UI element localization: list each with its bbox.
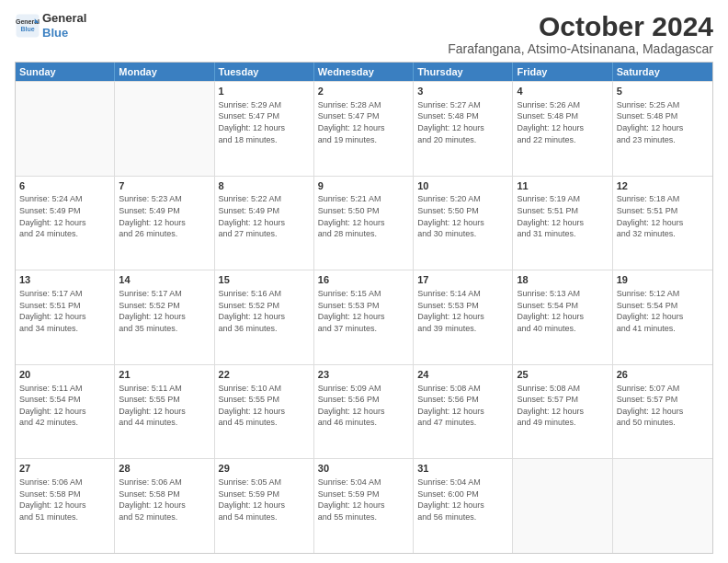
header-cell-wednesday: Wednesday bbox=[314, 63, 414, 81]
day-number: 20 bbox=[19, 368, 110, 382]
page: General Blue General Blue October 2024 F… bbox=[0, 0, 728, 563]
day-info: Sunrise: 5:05 AM Sunset: 5:59 PM Dayligh… bbox=[219, 477, 310, 523]
day-cell-22: 22Sunrise: 5:10 AM Sunset: 5:55 PM Dayli… bbox=[215, 365, 314, 459]
day-number: 25 bbox=[517, 368, 608, 382]
day-info: Sunrise: 5:12 AM Sunset: 5:54 PM Dayligh… bbox=[617, 288, 709, 334]
day-cell-5: 5Sunrise: 5:25 AM Sunset: 5:48 PM Daylig… bbox=[613, 82, 712, 176]
day-info: Sunrise: 5:29 AM Sunset: 5:47 PM Dayligh… bbox=[219, 99, 310, 145]
day-info: Sunrise: 5:06 AM Sunset: 5:58 PM Dayligh… bbox=[119, 477, 210, 523]
day-info: Sunrise: 5:18 AM Sunset: 5:51 PM Dayligh… bbox=[617, 193, 709, 239]
week-row-3: 13Sunrise: 5:17 AM Sunset: 5:51 PM Dayli… bbox=[16, 270, 712, 364]
day-cell-12: 12Sunrise: 5:18 AM Sunset: 5:51 PM Dayli… bbox=[613, 177, 712, 270]
week-row-2: 6Sunrise: 5:24 AM Sunset: 5:49 PM Daylig… bbox=[16, 176, 712, 270]
day-cell-25: 25Sunrise: 5:08 AM Sunset: 5:57 PM Dayli… bbox=[513, 365, 612, 459]
empty-cell-0-1 bbox=[115, 82, 214, 176]
day-number: 19 bbox=[617, 273, 709, 287]
day-info: Sunrise: 5:04 AM Sunset: 6:00 PM Dayligh… bbox=[417, 477, 508, 523]
empty-cell-4-5 bbox=[513, 459, 612, 553]
day-number: 21 bbox=[119, 368, 210, 382]
day-number: 8 bbox=[219, 179, 310, 193]
day-info: Sunrise: 5:17 AM Sunset: 5:52 PM Dayligh… bbox=[119, 288, 210, 334]
day-cell-29: 29Sunrise: 5:05 AM Sunset: 5:59 PM Dayli… bbox=[215, 459, 314, 553]
day-cell-14: 14Sunrise: 5:17 AM Sunset: 5:52 PM Dayli… bbox=[115, 270, 214, 364]
day-number: 14 bbox=[119, 273, 210, 287]
day-cell-23: 23Sunrise: 5:09 AM Sunset: 5:56 PM Dayli… bbox=[314, 365, 414, 459]
day-number: 24 bbox=[417, 368, 508, 382]
day-cell-17: 17Sunrise: 5:14 AM Sunset: 5:53 PM Dayli… bbox=[414, 270, 513, 364]
header-cell-thursday: Thursday bbox=[414, 63, 513, 81]
day-number: 15 bbox=[219, 273, 310, 287]
day-cell-30: 30Sunrise: 5:04 AM Sunset: 5:59 PM Dayli… bbox=[314, 459, 414, 553]
day-info: Sunrise: 5:11 AM Sunset: 5:55 PM Dayligh… bbox=[119, 383, 210, 429]
day-info: Sunrise: 5:16 AM Sunset: 5:52 PM Dayligh… bbox=[219, 288, 310, 334]
day-number: 7 bbox=[119, 179, 210, 193]
header-cell-monday: Monday bbox=[115, 63, 214, 81]
day-info: Sunrise: 5:25 AM Sunset: 5:48 PM Dayligh… bbox=[617, 99, 709, 145]
day-cell-24: 24Sunrise: 5:08 AM Sunset: 5:56 PM Dayli… bbox=[414, 365, 513, 459]
title-block: October 2024 Farafangana, Atsimo-Atsinan… bbox=[448, 11, 713, 56]
day-cell-2: 2Sunrise: 5:28 AM Sunset: 5:47 PM Daylig… bbox=[314, 82, 414, 176]
day-info: Sunrise: 5:20 AM Sunset: 5:50 PM Dayligh… bbox=[417, 193, 508, 239]
day-cell-31: 31Sunrise: 5:04 AM Sunset: 6:00 PM Dayli… bbox=[414, 459, 513, 553]
day-number: 11 bbox=[517, 179, 608, 193]
day-number: 29 bbox=[219, 462, 310, 476]
day-number: 13 bbox=[19, 273, 110, 287]
day-cell-13: 13Sunrise: 5:17 AM Sunset: 5:51 PM Dayli… bbox=[16, 270, 115, 364]
day-info: Sunrise: 5:19 AM Sunset: 5:51 PM Dayligh… bbox=[517, 193, 608, 239]
day-number: 23 bbox=[318, 368, 409, 382]
day-number: 17 bbox=[417, 273, 508, 287]
svg-text:Blue: Blue bbox=[20, 26, 34, 32]
day-number: 31 bbox=[417, 462, 508, 476]
header-cell-tuesday: Tuesday bbox=[215, 63, 314, 81]
day-info: Sunrise: 5:24 AM Sunset: 5:49 PM Dayligh… bbox=[19, 193, 110, 239]
header-cell-sunday: Sunday bbox=[16, 63, 115, 81]
day-cell-16: 16Sunrise: 5:15 AM Sunset: 5:53 PM Dayli… bbox=[314, 270, 414, 364]
day-info: Sunrise: 5:14 AM Sunset: 5:53 PM Dayligh… bbox=[417, 288, 508, 334]
day-info: Sunrise: 5:17 AM Sunset: 5:51 PM Dayligh… bbox=[19, 288, 110, 334]
day-info: Sunrise: 5:23 AM Sunset: 5:49 PM Dayligh… bbox=[119, 193, 210, 239]
day-cell-28: 28Sunrise: 5:06 AM Sunset: 5:58 PM Dayli… bbox=[115, 459, 214, 553]
day-number: 27 bbox=[19, 462, 110, 476]
header-cell-friday: Friday bbox=[513, 63, 612, 81]
day-cell-6: 6Sunrise: 5:24 AM Sunset: 5:49 PM Daylig… bbox=[16, 177, 115, 270]
day-info: Sunrise: 5:09 AM Sunset: 5:56 PM Dayligh… bbox=[318, 383, 409, 429]
calendar: SundayMondayTuesdayWednesdayThursdayFrid… bbox=[15, 62, 713, 554]
day-number: 4 bbox=[517, 85, 608, 98]
day-info: Sunrise: 5:07 AM Sunset: 5:57 PM Dayligh… bbox=[617, 383, 709, 429]
day-number: 6 bbox=[19, 179, 110, 193]
day-info: Sunrise: 5:15 AM Sunset: 5:53 PM Dayligh… bbox=[318, 288, 409, 334]
day-number: 10 bbox=[417, 179, 508, 193]
logo: General Blue General Blue bbox=[15, 11, 86, 40]
day-info: Sunrise: 5:26 AM Sunset: 5:48 PM Dayligh… bbox=[517, 99, 608, 145]
day-info: Sunrise: 5:21 AM Sunset: 5:50 PM Dayligh… bbox=[318, 193, 409, 239]
day-cell-18: 18Sunrise: 5:13 AM Sunset: 5:54 PM Dayli… bbox=[513, 270, 612, 364]
header: General Blue General Blue October 2024 F… bbox=[15, 11, 713, 56]
week-row-1: 1Sunrise: 5:29 AM Sunset: 5:47 PM Daylig… bbox=[16, 81, 712, 176]
day-number: 3 bbox=[417, 85, 508, 98]
day-number: 2 bbox=[318, 85, 409, 98]
day-number: 9 bbox=[318, 179, 409, 193]
day-number: 5 bbox=[617, 85, 709, 98]
day-cell-4: 4Sunrise: 5:26 AM Sunset: 5:48 PM Daylig… bbox=[513, 82, 612, 176]
week-row-4: 20Sunrise: 5:11 AM Sunset: 5:54 PM Dayli… bbox=[16, 364, 712, 459]
day-info: Sunrise: 5:27 AM Sunset: 5:48 PM Dayligh… bbox=[417, 99, 508, 145]
day-cell-10: 10Sunrise: 5:20 AM Sunset: 5:50 PM Dayli… bbox=[414, 177, 513, 270]
empty-cell-0-0 bbox=[16, 82, 115, 176]
calendar-header-row: SundayMondayTuesdayWednesdayThursdayFrid… bbox=[16, 63, 712, 81]
day-number: 16 bbox=[318, 273, 409, 287]
day-info: Sunrise: 5:11 AM Sunset: 5:54 PM Dayligh… bbox=[19, 383, 110, 429]
day-cell-11: 11Sunrise: 5:19 AM Sunset: 5:51 PM Dayli… bbox=[513, 177, 612, 270]
day-cell-7: 7Sunrise: 5:23 AM Sunset: 5:49 PM Daylig… bbox=[115, 177, 214, 270]
day-info: Sunrise: 5:10 AM Sunset: 5:55 PM Dayligh… bbox=[219, 383, 310, 429]
month-title: October 2024 bbox=[448, 11, 713, 41]
day-info: Sunrise: 5:08 AM Sunset: 5:57 PM Dayligh… bbox=[517, 383, 608, 429]
day-number: 22 bbox=[219, 368, 310, 382]
day-cell-19: 19Sunrise: 5:12 AM Sunset: 5:54 PM Dayli… bbox=[613, 270, 712, 364]
day-cell-21: 21Sunrise: 5:11 AM Sunset: 5:55 PM Dayli… bbox=[115, 365, 214, 459]
day-info: Sunrise: 5:28 AM Sunset: 5:47 PM Dayligh… bbox=[318, 99, 409, 145]
week-row-5: 27Sunrise: 5:06 AM Sunset: 5:58 PM Dayli… bbox=[16, 458, 712, 553]
empty-cell-4-6 bbox=[613, 459, 712, 553]
day-cell-3: 3Sunrise: 5:27 AM Sunset: 5:48 PM Daylig… bbox=[414, 82, 513, 176]
header-cell-saturday: Saturday bbox=[613, 63, 712, 81]
calendar-body: 1Sunrise: 5:29 AM Sunset: 5:47 PM Daylig… bbox=[16, 81, 712, 553]
